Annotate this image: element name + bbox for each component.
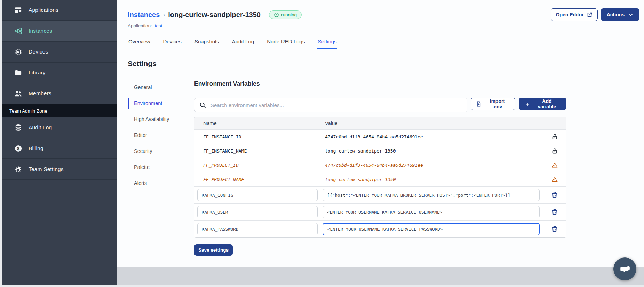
search-icon <box>199 101 206 109</box>
env-name-input-kafka-user[interactable] <box>197 206 318 218</box>
sidebar-item-label: Devices <box>29 49 48 55</box>
column-header-name: Name <box>194 121 325 126</box>
main-area: Instances › long-curlew-sandpiper-1350 r… <box>117 0 644 285</box>
column-header-value: Value <box>325 121 543 126</box>
tab-audit-log[interactable]: Audit Log <box>231 35 255 49</box>
sidebar-item-members[interactable]: Members <box>2 83 117 104</box>
tab-bar: OverviewDevicesSnapshotsAudit LogNode-RE… <box>128 35 639 49</box>
sidebar-item-label: Instances <box>29 28 52 34</box>
tab-settings[interactable]: Settings <box>317 35 337 49</box>
page-title: Settings <box>128 59 639 68</box>
env-table-row-kafka-password <box>194 220 566 237</box>
warning-icon <box>551 162 558 169</box>
sidebar-item-devices[interactable]: Devices <box>2 42 117 63</box>
delete-variable-button-kafka-config[interactable] <box>551 191 558 199</box>
lock-icon <box>551 133 558 140</box>
tab-overview[interactable]: Overview <box>128 35 151 49</box>
sidebar-item-label: Library <box>29 69 46 76</box>
add-variable-label: Add variable <box>533 98 560 109</box>
settings-nav-security[interactable]: Security <box>128 146 173 157</box>
lock-icon <box>551 148 558 154</box>
svg-text:$: $ <box>17 146 19 151</box>
search-box <box>194 98 467 112</box>
chat-bubble-button[interactable] <box>613 257 636 280</box>
search-input[interactable] <box>194 98 467 112</box>
breadcrumb-separator: › <box>163 11 165 18</box>
trash-icon <box>551 208 558 216</box>
delete-variable-button-kafka-password[interactable] <box>551 225 558 233</box>
tab-node-red-logs[interactable]: Node-RED Logs <box>266 35 305 49</box>
tab-snapshots[interactable]: Snapshots <box>194 35 220 49</box>
sidebar-section-label: Team Admin Zone <box>2 104 117 117</box>
environment-section: Environment Variables Import .env <box>184 73 639 256</box>
env-var-name: FF_PROJECT_NAME <box>194 177 325 182</box>
running-icon <box>274 12 279 17</box>
env-table-row-kafka-user <box>194 203 566 220</box>
devices-icon <box>14 48 22 56</box>
sidebar-item-audit-log[interactable]: Audit Log <box>2 117 117 138</box>
sidebar-item-team-settings[interactable]: Team Settings <box>2 159 117 180</box>
delete-variable-button-kafka-user[interactable] <box>551 208 558 216</box>
sidebar-admin-nav: Audit Log$BillingTeam Settings <box>2 117 117 180</box>
settings-nav-palette[interactable]: Palette <box>128 162 173 173</box>
settings-subnav: GeneralEnvironmentHigh AvailabilityEdito… <box>128 73 184 256</box>
env-value-input-kafka-password[interactable] <box>323 223 540 235</box>
import-icon <box>476 101 482 107</box>
env-name-input-kafka-password[interactable] <box>197 223 318 235</box>
env-var-name: FF_INSTANCE_ID <box>194 134 325 139</box>
chevron-down-icon <box>628 12 634 18</box>
actions-button[interactable]: Actions <box>601 8 639 21</box>
import-env-label: Import .env <box>485 98 510 109</box>
settings-nav-high-availability[interactable]: High Availability <box>128 114 173 125</box>
env-var-name: FF_INSTANCE_NAME <box>194 148 325 154</box>
row-action-cell <box>543 133 566 140</box>
sidebar: ApplicationsInstancesDevicesLibraryMembe… <box>2 0 117 285</box>
env-table-row-ff-instance-id: FF_INSTANCE_ID4747c0bd-d1f3-4654-84b4-aa… <box>194 129 566 144</box>
sidebar-item-library[interactable]: Library <box>2 63 117 83</box>
open-editor-button[interactable]: Open Editor <box>551 8 598 21</box>
add-variable-button[interactable]: Add variable <box>519 98 566 110</box>
sidebar-item-applications[interactable]: Applications <box>2 0 117 21</box>
row-action-cell <box>543 225 566 233</box>
trash-icon <box>551 191 558 199</box>
sidebar-item-instances[interactable]: Instances <box>2 21 117 42</box>
env-value-input-kafka-user[interactable] <box>323 206 540 218</box>
import-env-button[interactable]: Import .env <box>471 98 515 110</box>
sidebar-item-label: Members <box>29 90 51 97</box>
table-header-row: NameValue <box>194 117 566 129</box>
external-link-icon <box>587 12 593 18</box>
env-var-value: 4747c0bd-d1f3-4654-84b4-aa5d274691ee <box>325 163 543 168</box>
save-settings-button[interactable]: Save settings <box>194 244 233 256</box>
team-settings-icon <box>14 165 22 173</box>
tab-devices[interactable]: Devices <box>162 35 182 49</box>
application-row: Application: test <box>128 23 639 28</box>
billing-icon: $ <box>14 145 22 153</box>
settings-nav-alerts[interactable]: Alerts <box>128 178 173 189</box>
sidebar-item-billing[interactable]: $Billing <box>2 138 117 159</box>
section-title: Environment Variables <box>194 80 639 92</box>
env-var-value: long-curlew-sandpiper-1350 <box>325 148 543 154</box>
env-name-input-kafka-config[interactable] <box>197 189 318 201</box>
env-table-row-ff-project-name: FF_PROJECT_NAMElong-curlew-sandpiper-135… <box>194 172 566 186</box>
row-action-cell <box>543 191 566 199</box>
footer-band <box>117 267 644 285</box>
trash-icon <box>551 225 558 233</box>
env-table-row-kafka-config <box>194 186 566 203</box>
application-link[interactable]: test <box>155 23 162 28</box>
chat-icon <box>619 263 631 275</box>
audit-log-icon <box>14 124 22 132</box>
env-table-row-ff-instance-name: FF_INSTANCE_NAMElong-curlew-sandpiper-13… <box>194 144 566 158</box>
env-var-value: 4747c0bd-d1f3-4654-84b4-aa5d274691ee <box>325 134 543 139</box>
env-var-value: long-curlew-sandpiper-1350 <box>325 177 543 182</box>
members-icon <box>14 90 22 98</box>
settings-nav-editor[interactable]: Editor <box>128 130 173 141</box>
main-content: Instances › long-curlew-sandpiper-1350 r… <box>117 0 644 267</box>
instance-header: Instances › long-curlew-sandpiper-1350 r… <box>128 8 639 21</box>
settings-nav-general[interactable]: General <box>128 82 173 93</box>
instance-name: long-curlew-sandpiper-1350 <box>168 11 261 19</box>
breadcrumb-instances-link[interactable]: Instances <box>128 11 160 19</box>
env-value-input-kafka-config[interactable] <box>323 189 540 201</box>
env-variables-table: NameValueFF_INSTANCE_ID4747c0bd-d1f3-465… <box>194 117 566 238</box>
settings-nav-environment[interactable]: Environment <box>128 98 173 109</box>
sidebar-item-label: Audit Log <box>29 124 52 131</box>
